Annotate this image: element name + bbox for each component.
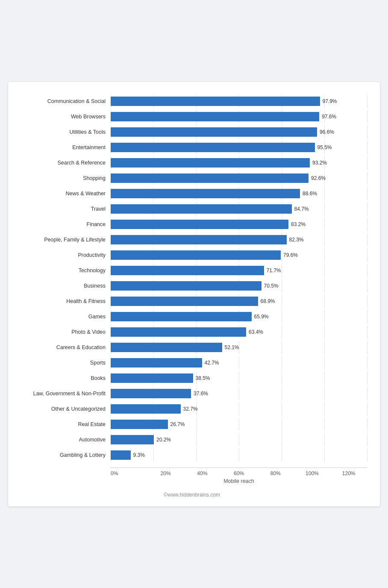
bar-row: Productivity79.6%	[17, 249, 367, 262]
bar-fill	[111, 97, 320, 106]
bar-track: 65.9%	[111, 310, 367, 323]
bar-track: 70.5%	[111, 279, 367, 292]
bar-row: Other & Uncategorized32.7%	[17, 403, 367, 415]
x-tick: 20%	[147, 470, 184, 476]
bar-track: 96.6%	[111, 126, 367, 138]
bar-label: Search & Reference	[17, 160, 111, 166]
bar-track: 26.7%	[111, 418, 367, 431]
bar-row: Photo & Video63.4%	[17, 326, 367, 338]
bar-row: Gambling & Lottery9.3%	[17, 449, 367, 462]
bar-track: 52.1%	[111, 341, 367, 354]
bar-value: 79.6%	[283, 252, 298, 258]
bar-label: Finance	[17, 221, 111, 227]
x-axis: 0%20%40%60%80%100%120%	[111, 467, 367, 476]
bar-value: 96.6%	[320, 129, 334, 135]
bar-track: 63.4%	[111, 326, 367, 338]
bar-label: Sports	[17, 360, 111, 366]
bar-row: News & Weather88.6%	[17, 187, 367, 200]
bar-fill	[111, 220, 288, 229]
bar-fill	[111, 435, 154, 444]
bar-value: 20.2%	[156, 437, 171, 443]
bar-row: Sports42.7%	[17, 356, 367, 369]
bar-row: Real Estate26.7%	[17, 418, 367, 431]
x-tick: 0%	[111, 470, 147, 476]
bar-row: Games65.9%	[17, 310, 367, 323]
bar-label: Other & Uncategorized	[17, 406, 111, 412]
bar-fill	[111, 204, 292, 214]
bar-fill	[111, 266, 264, 275]
bar-value: 9.3%	[133, 452, 145, 458]
bar-row: Search & Reference93.2%	[17, 156, 367, 169]
bar-track: 42.7%	[111, 356, 367, 369]
bar-fill	[111, 312, 252, 321]
bar-fill	[111, 189, 300, 198]
bar-row: Careers & Education52.1%	[17, 341, 367, 354]
bar-value: 95.5%	[317, 144, 332, 150]
bar-value: 88.6%	[303, 191, 317, 197]
bar-track: 79.6%	[111, 249, 367, 262]
bar-track: 83.2%	[111, 218, 367, 231]
x-tick: 60%	[220, 470, 257, 476]
bar-row: Technology71.7%	[17, 264, 367, 277]
footer: ©www.hiddenbrains.com	[17, 492, 367, 498]
x-tick: 120%	[330, 470, 367, 476]
bar-fill	[111, 420, 168, 429]
x-axis-label: Mobile reach	[111, 478, 367, 484]
bar-value: 92.6%	[311, 175, 326, 181]
bar-fill	[111, 343, 222, 352]
x-tick: 100%	[294, 470, 331, 476]
bar-track: 68.9%	[111, 295, 367, 308]
bar-fill	[111, 127, 317, 137]
bar-value: 32.7%	[183, 406, 198, 412]
bar-track: 92.6%	[111, 172, 367, 185]
bar-value: 82.3%	[289, 237, 304, 243]
bar-fill	[111, 373, 193, 383]
bar-label: Communication & Social	[17, 98, 111, 104]
bar-fill	[111, 173, 309, 183]
bar-value: 84.7%	[294, 206, 309, 212]
bar-fill	[111, 297, 258, 306]
bar-value: 42.7%	[205, 360, 219, 366]
bar-label: Web Browsers	[17, 114, 111, 120]
bar-value: 65.9%	[254, 314, 269, 320]
bar-value: 37.6%	[194, 391, 208, 397]
bar-fill	[111, 250, 281, 260]
bar-row: Shopping92.6%	[17, 172, 367, 185]
bar-fill	[111, 404, 181, 414]
bar-track: 32.7%	[111, 403, 367, 415]
bar-row: Business70.5%	[17, 279, 367, 292]
bar-track: 38.5%	[111, 372, 367, 385]
bar-label: Productivity	[17, 252, 111, 258]
bar-row: Health & Fitness68.9%	[17, 295, 367, 308]
bar-value: 97.9%	[323, 98, 337, 104]
bar-fill	[111, 327, 246, 337]
bar-row: Travel84.7%	[17, 203, 367, 215]
bar-value: 68.9%	[261, 298, 275, 304]
bar-label: Travel	[17, 206, 111, 212]
bar-row: Finance83.2%	[17, 218, 367, 231]
chart-card: Communication & Social97.9%Web Browsers9…	[8, 82, 380, 506]
bar-fill	[111, 112, 319, 121]
bar-label: Health & Fitness	[17, 298, 111, 304]
bar-row: People, Family & Lifestyle82.3%	[17, 233, 367, 246]
bar-track: 9.3%	[111, 449, 367, 462]
bar-row: Utilities & Tools96.6%	[17, 126, 367, 138]
bar-label: Automotive	[17, 437, 111, 443]
bar-label: Utilities & Tools	[17, 129, 111, 135]
bar-row: Law, Government & Non-Profit37.6%	[17, 387, 367, 400]
x-tick: 40%	[184, 470, 220, 476]
bar-track: 20.2%	[111, 433, 367, 446]
bar-fill	[111, 389, 191, 398]
bar-label: Games	[17, 314, 111, 320]
bar-row: Entertainment95.5%	[17, 141, 367, 154]
bar-label: Photo & Video	[17, 329, 111, 335]
bar-value: 97.6%	[322, 114, 336, 120]
bar-track: 93.2%	[111, 156, 367, 169]
bar-track: 97.6%	[111, 110, 367, 123]
bar-value: 93.2%	[312, 160, 327, 166]
bar-value: 83.2%	[291, 221, 306, 227]
bar-row: Books38.5%	[17, 372, 367, 385]
bar-label: Law, Government & Non-Profit	[17, 391, 111, 397]
bar-value: 71.7%	[267, 268, 281, 273]
bar-fill	[111, 235, 287, 244]
